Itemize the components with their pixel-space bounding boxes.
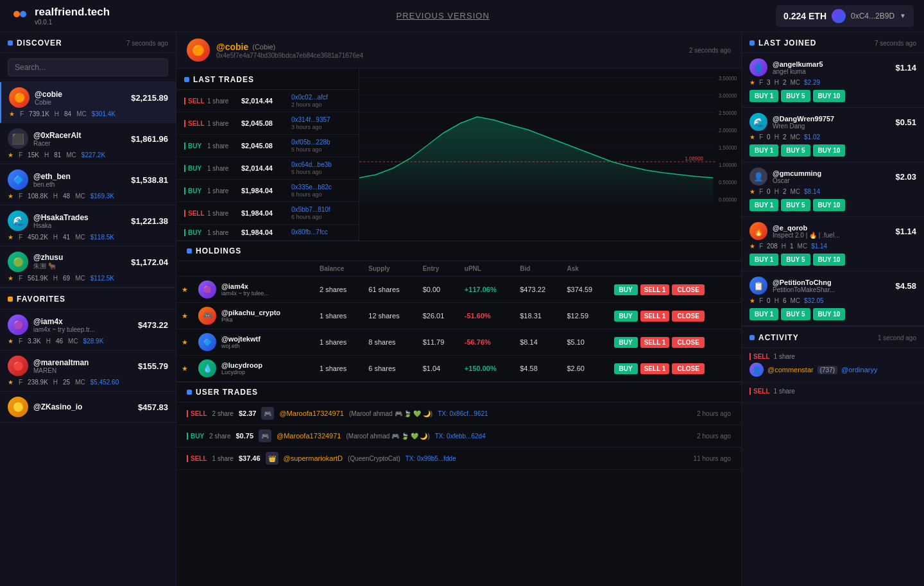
ut-type: SELL [187,410,207,417]
buy-10-button[interactable]: BUY 10 [813,308,846,320]
discover-time: 7 seconds ago [126,40,168,47]
trade-time: 5 hours ago [291,169,332,175]
favorites-user-maren[interactable]: 🔴 @marenaltman MAREN $155.79 ★ F238.9K H… [0,350,176,392]
trade-price: $1,984.04 [241,228,286,236]
buy-button[interactable]: BUY [614,284,638,295]
buy-1-button[interactable]: BUY 1 [749,144,778,157]
buy-10-button[interactable]: BUY 10 [813,90,846,102]
holding-balance: 2 shares [314,277,363,303]
favorites-user-iam4x[interactable]: 🟣 @iam4x iam4x ~ try tuleep.tr... $473.2… [0,309,176,350]
avatar: 🌊 [749,113,767,131]
discover-user-eth-ben[interactable]: 🔷 @eth_ben ben.eth $1,538.81 ★ F108.8K H… [0,164,176,205]
col-user [193,261,314,277]
trade-type: SELL [184,120,202,127]
holding-supply: 61 shares [363,277,417,303]
joined-handle: @e_qorob [773,224,839,232]
holding-balance: 1 shares [314,356,363,382]
wallet-selector[interactable]: 0.224 ETH 0xC4...2B9D ▼ [776,5,914,27]
buy-10-button[interactable]: BUY 10 [813,199,846,211]
ut-time: 2 hours ago [697,433,731,440]
user-trade-row: SELL 2 share $2.37 🎮 @Maroofa17324971 (M… [176,402,741,425]
activity-time: 1 second ago [878,334,916,341]
avatar: 👤 [749,58,767,76]
avatar: 🟢 [8,252,28,272]
avatar: 🟡 [8,397,28,417]
close-button[interactable]: CLOSE [672,363,704,374]
holding-row: ★ 🔷 @wojtekwtf woj.eth 1 shares 8 [176,329,741,356]
joined-price: $2.03 [895,172,916,182]
joined-price: $0.51 [895,117,916,127]
favorites-user-zkasino[interactable]: 🟡 @ZKasino_io $457.83 [0,392,176,423]
avatar: 🌊 [8,211,28,231]
holding-name: @pikachu_crypto [221,309,280,316]
close-button[interactable]: CLOSE [672,337,704,348]
buy-1-button[interactable]: BUY 1 [749,308,778,320]
holding-ask: $5.10 [561,329,608,356]
holdings-header: HOLDINGS [176,241,741,261]
activity-user1: @commenstar [767,366,814,374]
col-ask: Ask [561,261,608,277]
buy-button[interactable]: BUY [614,337,638,348]
buy-1-button[interactable]: BUY 1 [749,90,778,102]
chevron-down-icon: ▼ [900,12,906,19]
user-handle: @cobie [35,90,62,99]
close-button[interactable]: CLOSE [672,284,704,295]
svg-text:1.00000: 1.00000 [719,161,737,168]
discover-user-hsaka[interactable]: 🌊 @HsakaTrades Hsaka $1,221.38 ★ F450.2K… [0,205,176,246]
avatar: 🟣 [8,315,28,335]
holding-row: ★ 🟣 @iam4x iam4x ~ try tulee... 2 shares [176,277,741,303]
ut-avatar: 🎮 [261,407,274,420]
user-name: iam4x ~ try tuleep.tr... [33,326,95,333]
trade-hash: 0x5bb7...810f [291,206,330,213]
trade-shares: 1 share [207,165,236,172]
holding-entry: $26.01 [418,303,459,329]
discover-user-raceralt[interactable]: ⬛ @0xRacerAlt Racer $1,861.96 ★ F15K H81… [0,123,176,164]
sell-1-button[interactable]: SELL 1 [640,363,670,374]
prev-version-link[interactable]: PREVIOUS VERSION [396,11,489,21]
holdings-section: HOLDINGS Balance Supply Entry uPNL Bid A… [176,241,741,383]
buy-10-button[interactable]: BUY 10 [813,254,846,266]
sell-1-button[interactable]: SELL 1 [640,311,670,322]
cobie-avatar: 🟠 [187,39,210,62]
holding-ask: $2.60 [561,356,608,382]
trade-row: BUY 1 share $1,984.04 0x80fb...7fcc [176,225,359,241]
buy-5-button[interactable]: BUY 5 [781,199,810,211]
act-shares: 1 share [774,353,795,360]
holding-bid: $8.14 [515,329,561,356]
trade-row: SELL 1 share $2,045.08 0x314f...9357 3 h… [176,112,359,135]
last-joined-title: LAST JOINED [749,39,816,47]
holding-avatar: 🟣 [198,280,216,298]
svg-text:3.00000: 3.00000 [719,92,737,99]
discover-user-cobie[interactable]: 🟠 @cobie Cobie $2,215.89 ★ F739.1K H84 M… [0,82,176,123]
buy-5-button[interactable]: BUY 5 [781,308,810,320]
col-entry: Entry [418,261,459,277]
sell-1-button[interactable]: SELL 1 [640,337,670,348]
buy-1-button[interactable]: BUY 1 [749,254,778,266]
ut-name: (Maroof ahmad 🎮 🍃 💚 🌙) [349,410,432,417]
holding-bid: $473.22 [515,277,561,303]
trade-price: $2,014.44 [241,164,286,172]
user-stats: ★ F3.3K H46 MC$28.9K [8,338,168,345]
holding-name: @lucydroop [221,361,262,369]
buy-button[interactable]: BUY [614,311,638,322]
discover-user-zhusu[interactable]: 🟢 @zhusu 朱溯 🐂 $1,172.04 ★ F561.9K H69 MC… [0,246,176,288]
joined-handle: @PetitionToChng [773,279,835,286]
buy-5-button[interactable]: BUY 5 [781,254,810,266]
buy-10-button[interactable]: BUY 10 [813,144,846,157]
last-joined-time: 7 seconds ago [875,40,916,47]
avatar: 🔷 [8,169,28,190]
buy-5-button[interactable]: BUY 5 [781,144,810,157]
act-shares: 1 share [774,388,795,395]
ut-type: BUY [187,433,204,440]
buy-button[interactable]: BUY [614,363,638,374]
sell-1-button[interactable]: SELL 1 [640,284,670,295]
holding-bid: $18.31 [515,303,561,329]
buy-1-button[interactable]: BUY 1 [749,199,778,211]
holding-user-cell: 💧 @lucydroop Lucydrop [193,356,314,382]
close-button[interactable]: CLOSE [672,311,704,322]
holding-user-cell: 🎮 @pikachu_crypto Pika [193,303,314,329]
search-input[interactable] [8,58,168,76]
holding-sub: Lucydrop [221,369,262,375]
ut-tx: TX: 0xfebb...62d4 [435,433,486,440]
buy-5-button[interactable]: BUY 5 [781,90,810,102]
